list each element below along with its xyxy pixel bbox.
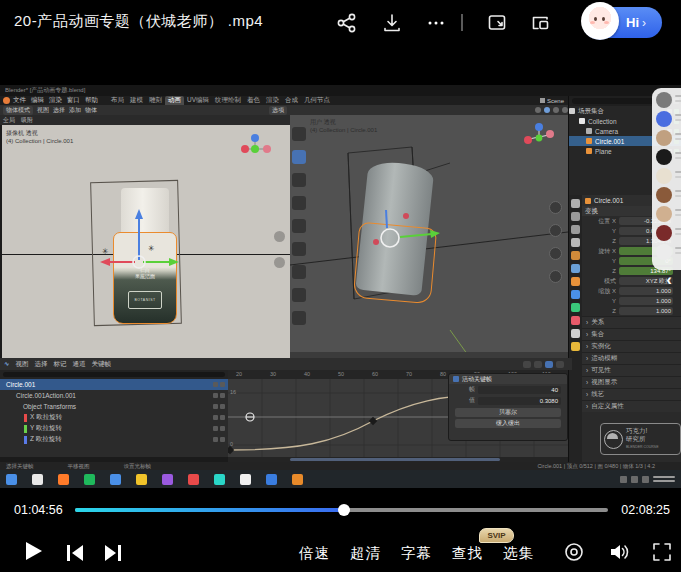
animation-channel-row: X 欧拉旋转 (0, 412, 228, 423)
object-name: Circle.001 (594, 197, 623, 204)
picture-in-picture-icon[interactable] (486, 12, 508, 34)
collapsed-section: › 运动模糊 (582, 352, 681, 364)
section-label: 集合 (591, 330, 604, 339)
transform-row: Z 1.000 (582, 306, 681, 316)
more-options-icon[interactable] (425, 12, 447, 34)
volume-icon[interactable] (608, 541, 630, 563)
progress-thumb[interactable] (338, 504, 350, 516)
chevron-right-icon: › (586, 343, 588, 350)
viewer-avatar[interactable] (656, 92, 672, 108)
value-axis-label: 16 (230, 389, 236, 395)
properties-tab-icon (571, 329, 580, 338)
previous-button[interactable] (64, 542, 86, 564)
workspace-tab: 纹理绘制 (212, 96, 244, 105)
graph-channel-list: Circle.001 Circle.001Action.001 Object T… (0, 370, 228, 457)
left-viewport-toolbar-row: 全局 吸附 (0, 115, 293, 125)
play-button[interactable] (22, 540, 44, 562)
tray-icon (642, 476, 649, 483)
video-player-window: 20-产品动画专题（伏城老师） .mp4 Hi › Blender* [产品动画… (0, 0, 681, 572)
properties-sections: › 关系 › 集合 › 实例化 › 运动模糊 (582, 316, 681, 412)
channel-color-swatch (24, 436, 27, 444)
video-display-area[interactable]: Blender* [产品动画专题.blend] 文件编辑渲染窗口帮助 布局建模雕… (0, 45, 681, 497)
collapsed-section: › 可见性 (582, 364, 681, 376)
current-time: 01:04:56 (14, 503, 63, 517)
workspace-tab: 着色 (244, 96, 263, 105)
workspace-tab: 渲染 (263, 96, 282, 105)
taskbar-app-icon (32, 474, 43, 485)
chevron-right-icon: › (586, 367, 588, 374)
properties-tab-icon (571, 238, 580, 247)
pan-tool-icon (274, 257, 285, 268)
channel-color-swatch (0, 381, 3, 389)
channel-lock-icons (213, 404, 225, 409)
collapsed-section: › 线艺 (582, 388, 681, 400)
graph-menu-item: 关键帧 (91, 360, 111, 369)
speed-button[interactable]: 倍速 (299, 544, 330, 563)
keyframe-value-row: 值 0.3080 (449, 395, 567, 406)
mini-player-icon[interactable] (529, 12, 551, 34)
workspace-tab: 合成 (282, 96, 301, 105)
properties-tab-icon (571, 277, 580, 286)
assistant-button[interactable]: Hi › (582, 7, 662, 38)
interpolation-dropdown: 贝塞尔 (455, 408, 561, 417)
options-dropdown: 选项 (269, 106, 287, 115)
channel-lock-icons (213, 382, 225, 387)
viewer-avatar[interactable] (656, 206, 672, 222)
chevron-right-icon: › (586, 319, 588, 326)
frame-tick-label: 70 (406, 371, 412, 377)
left-viewport-header: 物体模式 视图选择添加物体 选项 (0, 105, 293, 115)
graph-editor-header: ∿ 视图选择标记通道关键帧 (0, 358, 572, 370)
pan-tool-icon (549, 224, 562, 237)
windows-taskbar (0, 470, 681, 488)
viewport-menu-item: 选择 (53, 107, 65, 113)
quality-button[interactable]: 超清 (350, 544, 381, 563)
transform-label: Z (582, 268, 619, 274)
channel-name: Circle.001Action.001 (16, 392, 76, 399)
viewer-avatar[interactable] (656, 111, 672, 127)
collapsed-section: › 关系 (582, 316, 681, 328)
channel-color-swatch (10, 392, 13, 400)
object-name: Camera (595, 128, 618, 135)
avatar-label-placeholder (675, 95, 681, 97)
object-type-icon (579, 118, 585, 124)
avatar-label-placeholder (675, 114, 681, 116)
watermark-mascot-icon (604, 430, 623, 449)
viewer-avatar[interactable] (656, 130, 672, 146)
toolbar-divider (461, 14, 463, 31)
viewer-avatar[interactable] (656, 244, 672, 260)
episodes-button[interactable]: 选集 (503, 544, 534, 563)
keyframe-frame-row: 帧 40 (449, 384, 567, 395)
next-button[interactable] (102, 542, 124, 564)
section-label: 关系 (591, 318, 604, 327)
viewport-overlay-text: 摄像机 透视 (4) Collection | Circle.001 (6, 129, 73, 145)
taskbar-app-icon (214, 474, 225, 485)
tray-icon (631, 476, 638, 483)
progress-bar[interactable] (75, 508, 608, 512)
chevron-right-icon: › (642, 16, 646, 30)
keyframe-diamond (369, 417, 377, 425)
animation-channel-row: Circle.001Action.001 (0, 390, 228, 401)
record-mode-icon[interactable] (563, 541, 585, 563)
graph-menu-item: 选择 (34, 360, 47, 369)
animation-channel-row: Object Transforms (0, 401, 228, 412)
screen-recording-frame: Blender* [产品动画专题.blend] 文件编辑渲染窗口帮助 布局建模雕… (0, 85, 681, 488)
viewport-menus: 视图选择添加物体 (37, 106, 101, 115)
viewer-avatar[interactable] (656, 149, 672, 165)
download-icon[interactable] (381, 12, 403, 34)
viewer-avatar[interactable] (656, 168, 672, 184)
transform-value-field: XYZ 欧拉 (619, 277, 673, 285)
graph-filter-toggles (523, 361, 564, 368)
viewer-avatar[interactable] (656, 187, 672, 203)
share-icon[interactable] (336, 12, 358, 34)
viewer-avatar[interactable] (656, 225, 672, 241)
blender-menu-item: 窗口 (67, 96, 80, 103)
object-type-icon (586, 128, 592, 134)
subtitle-button[interactable]: 字幕 (401, 544, 432, 563)
chevron-right-icon: › (586, 331, 588, 338)
panel-collapse-handle[interactable]: ‹ (666, 273, 672, 287)
object-name: Collection (588, 118, 617, 125)
collapsed-section: › 实例化 (582, 340, 681, 352)
find-button[interactable]: 查找 (452, 544, 483, 563)
fullscreen-icon[interactable] (651, 541, 673, 563)
properties-tab-icon (571, 251, 580, 260)
